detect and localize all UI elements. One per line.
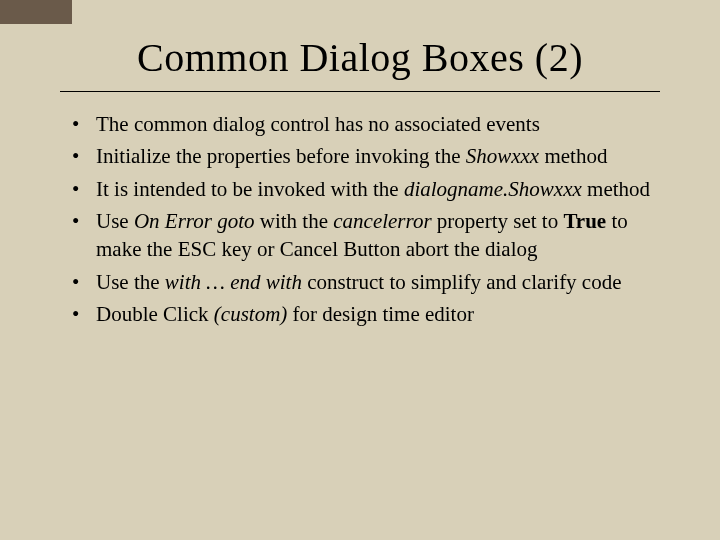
text: The common dialog control has no associa…	[96, 112, 540, 136]
list-item: Initialize the properties before invokin…	[90, 142, 652, 170]
text: with the	[255, 209, 334, 233]
corner-tab	[0, 0, 72, 24]
list-item: Use the with … end with construct to sim…	[90, 268, 652, 296]
text: It is intended to be invoked with the	[96, 177, 404, 201]
text: construct to simplify and clarify code	[302, 270, 622, 294]
slide-title: Common Dialog Boxes (2)	[60, 34, 660, 81]
code-term: Showxxx	[466, 144, 539, 168]
code-term: cancelerror	[333, 209, 431, 233]
code-term: (custom)	[214, 302, 287, 326]
slide: Common Dialog Boxes (2) The common dialo…	[0, 0, 720, 328]
text: Initialize the properties before invokin…	[96, 144, 466, 168]
code-term: with … end with	[165, 270, 302, 294]
text: property set to	[432, 209, 564, 233]
list-item: Double Click (custom) for design time ed…	[90, 300, 652, 328]
code-term: dialogname.Showxxx	[404, 177, 582, 201]
title-rule	[60, 91, 660, 92]
text: Use the	[96, 270, 165, 294]
text: for design time editor	[287, 302, 474, 326]
text: Use	[96, 209, 134, 233]
text: Double Click	[96, 302, 214, 326]
bullet-list: The common dialog control has no associa…	[60, 110, 660, 328]
code-term: On Error goto	[134, 209, 255, 233]
list-item: It is intended to be invoked with the di…	[90, 175, 652, 203]
keyword: True	[563, 209, 606, 233]
text: method	[539, 144, 607, 168]
list-item: Use On Error goto with the cancelerror p…	[90, 207, 652, 264]
list-item: The common dialog control has no associa…	[90, 110, 652, 138]
text: method	[582, 177, 650, 201]
